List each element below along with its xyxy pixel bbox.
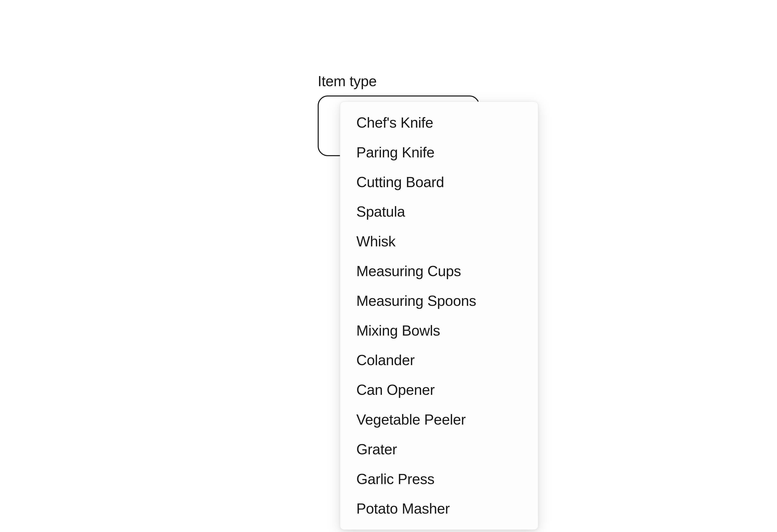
dropdown-option[interactable]: Vegetable Peeler — [340, 405, 538, 434]
dropdown-option[interactable]: Mixing Bowls — [340, 316, 538, 346]
dropdown-option[interactable]: Measuring Cups — [340, 256, 538, 286]
dropdown-option[interactable]: Measuring Spoons — [340, 286, 538, 316]
dropdown-option[interactable]: Can Opener — [340, 375, 538, 405]
dropdown-option[interactable]: Cutting Board — [340, 167, 538, 197]
dropdown-option[interactable]: Garlic Press — [340, 464, 538, 494]
dropdown-option[interactable]: Grater — [340, 434, 538, 464]
item-type-label: Item type — [318, 73, 479, 90]
dropdown-option[interactable]: Spatula — [340, 197, 538, 227]
dropdown-option[interactable]: Potato Masher — [340, 494, 538, 524]
item-type-dropdown: Chef's Knife Paring Knife Cutting Board … — [340, 102, 538, 530]
dropdown-option[interactable]: Chef's Knife — [340, 108, 538, 138]
dropdown-option[interactable]: Whisk — [340, 227, 538, 256]
dropdown-option[interactable]: Paring Knife — [340, 138, 538, 167]
dropdown-option[interactable]: Colander — [340, 345, 538, 375]
item-type-field: Item type Chef's Knife Paring Knife Cutt… — [318, 73, 479, 156]
